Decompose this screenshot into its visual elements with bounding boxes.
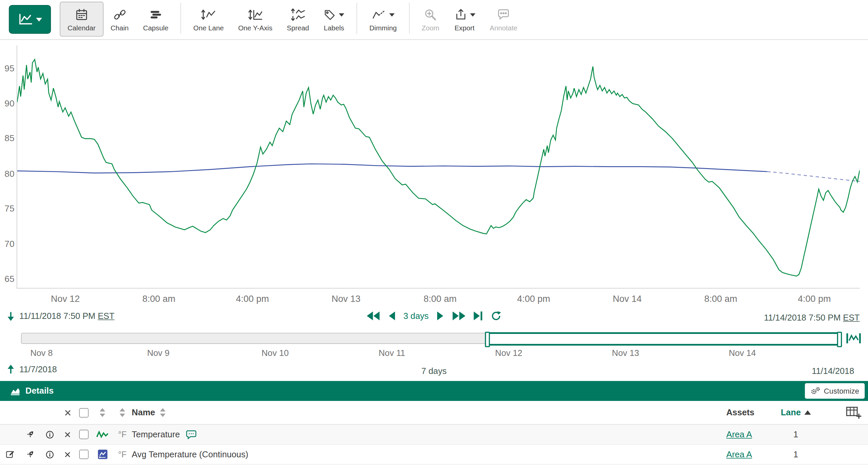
item-info-button[interactable] bbox=[45, 449, 55, 459]
step-back-half-button[interactable] bbox=[389, 311, 395, 321]
chain-view-button[interactable]: Chain bbox=[103, 2, 136, 37]
investigate-range-end[interactable]: 11/14/2018 bbox=[812, 366, 854, 376]
edit-item-button[interactable] bbox=[5, 449, 16, 460]
item-info-button[interactable] bbox=[45, 429, 55, 439]
step-back-full-button[interactable] bbox=[367, 311, 380, 321]
refresh-icon bbox=[491, 311, 501, 321]
capsule-view-button[interactable]: Capsule bbox=[136, 2, 176, 37]
asset-swap-button[interactable] bbox=[25, 429, 35, 440]
table-row-avg-temperature[interactable]: °F Avg Temperature (Continuous) Area A 1 bbox=[0, 445, 868, 465]
details-table: Name Assets Lane bbox=[0, 401, 868, 465]
button-label: Calendar bbox=[68, 24, 96, 32]
lane-cell: 1 bbox=[772, 429, 819, 439]
calendar-view-button[interactable]: Calendar bbox=[60, 2, 103, 37]
investigate-range-duration[interactable]: 7 days bbox=[422, 366, 447, 376]
y-axis-tick-label: 90 bbox=[0, 98, 14, 109]
add-column-button[interactable] bbox=[819, 406, 868, 419]
asset-cell: Area A bbox=[720, 429, 772, 439]
asset-cell: Area A bbox=[720, 449, 772, 459]
zoom-icon bbox=[424, 8, 437, 22]
one-lane-button[interactable]: One Lane bbox=[186, 2, 231, 37]
button-label: Chain bbox=[111, 24, 129, 32]
dimming-button[interactable]: Dimming bbox=[362, 2, 404, 37]
y-axis-tick-label: 70 bbox=[0, 239, 14, 249]
x-axis-tick-label: Nov 12 bbox=[51, 294, 80, 304]
button-label: One Lane bbox=[193, 24, 224, 32]
zoom-button[interactable]: Zoom bbox=[414, 2, 446, 37]
close-icon bbox=[64, 431, 71, 438]
button-label: Dimming bbox=[370, 24, 397, 32]
close-icon bbox=[63, 408, 72, 417]
right-arrow-icon bbox=[437, 311, 443, 321]
assets-header-label: Assets bbox=[726, 408, 754, 418]
slider-right-handle[interactable] bbox=[837, 331, 842, 347]
remove-item-button[interactable] bbox=[64, 431, 71, 438]
step-forward-full-button[interactable] bbox=[452, 311, 465, 321]
gears-icon bbox=[811, 387, 820, 396]
select-item-checkbox[interactable] bbox=[75, 430, 92, 439]
tag-icon bbox=[323, 8, 337, 21]
slider-track[interactable] bbox=[21, 333, 839, 344]
lane-cell: 1 bbox=[772, 449, 819, 459]
select-all-checkbox[interactable] bbox=[75, 408, 92, 417]
export-button[interactable]: Export bbox=[446, 2, 483, 37]
spread-button[interactable]: Spread bbox=[279, 2, 316, 37]
asset-link[interactable]: Area A bbox=[726, 429, 752, 439]
display-range-controls: 11/11/2018 7:50 PM EST 3 days bbox=[0, 307, 868, 330]
refresh-button[interactable] bbox=[491, 311, 501, 321]
investigate-range-start[interactable]: 11/7/2018 bbox=[19, 364, 57, 374]
remove-all-button[interactable] bbox=[60, 408, 75, 417]
customize-button[interactable]: Customize bbox=[805, 383, 865, 399]
uom-cell: °F bbox=[113, 450, 132, 459]
auto-update-button[interactable] bbox=[846, 332, 861, 345]
step-forward-half-button[interactable] bbox=[437, 311, 443, 321]
item-name-cell[interactable]: Temperature bbox=[132, 429, 720, 439]
one-lane-icon bbox=[201, 8, 216, 22]
slider-left-handle[interactable] bbox=[485, 331, 490, 347]
annotation-bubble-button[interactable] bbox=[185, 429, 197, 439]
temperature-line bbox=[17, 59, 860, 276]
annotate-button[interactable]: Annotate bbox=[483, 2, 525, 37]
slider-selected-range[interactable] bbox=[486, 332, 841, 346]
labels-button[interactable]: Labels bbox=[316, 2, 352, 37]
remove-item-button[interactable] bbox=[64, 450, 71, 458]
edit-icon bbox=[5, 449, 16, 460]
chevron-down-icon bbox=[470, 13, 475, 16]
chevron-down-icon bbox=[389, 13, 395, 16]
investigate-range-labels: 11/7/2018 7 days 11/14/2018 bbox=[0, 360, 868, 381]
slider-tick-label: Nov 11 bbox=[379, 348, 405, 358]
button-label: Export bbox=[455, 24, 474, 32]
x-axis-tick-label: Nov 13 bbox=[332, 294, 361, 304]
spread-icon bbox=[290, 8, 305, 22]
display-range-end[interactable]: 11/14/2018 7:50 PM EST bbox=[764, 313, 860, 322]
skip-to-end-icon bbox=[473, 311, 483, 321]
view-selector-button[interactable] bbox=[9, 5, 51, 34]
one-y-axis-button[interactable]: One Y-Axis bbox=[231, 2, 280, 37]
avg-temperature-uncertain-line bbox=[767, 172, 860, 181]
trend-chart: 95 90 85 80 75 70 65 Nov 12 8:00 am 4:00… bbox=[0, 40, 868, 307]
assets-column-header[interactable]: Assets bbox=[720, 408, 772, 418]
sort-by-uom-button[interactable] bbox=[113, 408, 132, 417]
table-row-temperature[interactable]: °F Temperature Area A 1 bbox=[0, 425, 868, 445]
details-table-header: Name Assets Lane bbox=[0, 401, 868, 425]
item-name: Temperature bbox=[132, 429, 180, 439]
display-range-start[interactable]: 11/11/2018 7:50 PM EST bbox=[19, 311, 114, 321]
select-item-checkbox[interactable] bbox=[75, 450, 92, 459]
toolbar: Calendar Chain Capsule bbox=[0, 0, 868, 40]
sort-by-type-button[interactable] bbox=[92, 408, 113, 417]
y-axis-tick-label: 95 bbox=[0, 64, 14, 74]
display-range-duration[interactable]: 3 days bbox=[403, 311, 429, 321]
step-to-end-button[interactable] bbox=[473, 311, 483, 321]
button-label: Spread bbox=[287, 24, 309, 32]
item-name-cell[interactable]: Avg Temperature (Continuous) bbox=[132, 449, 720, 459]
asset-link[interactable]: Area A bbox=[726, 449, 752, 459]
asset-swap-button[interactable] bbox=[25, 449, 35, 460]
add-column-icon bbox=[846, 406, 861, 419]
name-column-header[interactable]: Name bbox=[132, 408, 720, 418]
name-header-label: Name bbox=[132, 408, 155, 418]
toolbar-divider bbox=[409, 3, 409, 34]
lane-column-header[interactable]: Lane bbox=[772, 408, 819, 418]
trend-chart-icon bbox=[18, 13, 33, 26]
chart-plot-area[interactable] bbox=[17, 46, 860, 289]
timezone-label: EST bbox=[843, 313, 860, 322]
